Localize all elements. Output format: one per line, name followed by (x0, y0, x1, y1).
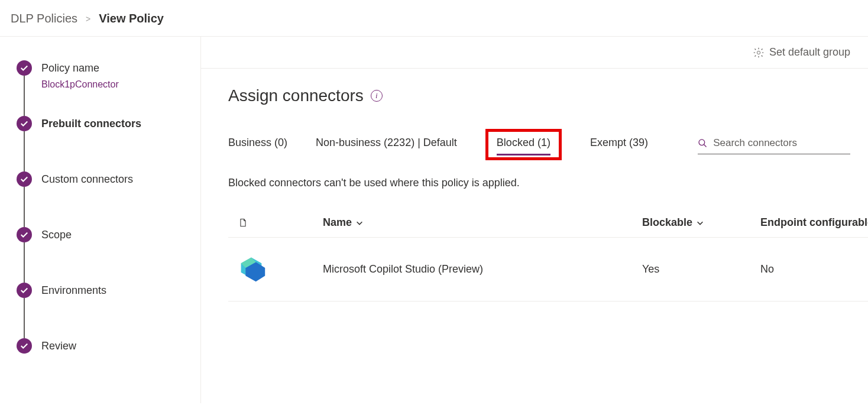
tab-business[interactable]: Business (0) (228, 132, 287, 157)
svg-point-0 (757, 51, 760, 54)
breadcrumb-parent[interactable]: DLP Policies (11, 12, 77, 25)
step-policy-name[interactable]: Policy name Block1pConnector (17, 60, 200, 116)
tab-blocked[interactable]: Blocked (1) (485, 129, 562, 160)
col-name-header[interactable]: Name (323, 216, 642, 229)
chevron-down-icon (355, 219, 364, 227)
col-endpoint-header[interactable]: Endpoint configurable (760, 216, 868, 229)
breadcrumb-current: View Policy (99, 12, 164, 25)
step-label: Custom connectors (41, 171, 200, 187)
tab-non-business[interactable]: Non-business (2232) | Default (316, 132, 457, 157)
document-icon (239, 219, 247, 227)
check-icon (17, 283, 32, 298)
toolbar-label: Set default group (769, 46, 850, 59)
connector-endpoint: No (760, 263, 868, 276)
chevron-down-icon (696, 219, 704, 227)
main-panel: Set default group Assign connectors i Bu… (201, 37, 868, 403)
step-custom-connectors[interactable]: Custom connectors (17, 171, 200, 227)
search-input[interactable] (713, 137, 850, 149)
connector-blockable: Yes (642, 263, 760, 276)
info-icon[interactable]: i (371, 90, 383, 102)
tabs: Business (0) Non-business (2232) | Defau… (228, 129, 648, 160)
svg-point-1 (699, 140, 705, 145)
step-sublabel: Block1pConnector (41, 79, 200, 90)
step-label: Policy name (41, 60, 200, 76)
col-icon-header (228, 219, 323, 227)
check-icon (17, 171, 32, 187)
tab-exempt[interactable]: Exempt (39) (590, 132, 648, 157)
toolbar: Set default group (201, 37, 868, 69)
step-review[interactable]: Review (17, 338, 200, 354)
breadcrumb-separator: > (86, 14, 90, 24)
connectors-table: Name Blockable Endpoint configurable (228, 208, 868, 302)
search-connectors[interactable] (698, 135, 850, 154)
step-environments[interactable]: Environments (17, 283, 200, 338)
table-row[interactable]: Microsoft Copilot Studio (Preview) Yes N… (228, 238, 868, 302)
tab-description: Blocked connectors can't be used where t… (228, 177, 868, 189)
step-label: Prebuilt connectors (41, 116, 200, 131)
step-label: Environments (41, 283, 200, 298)
copilot-studio-icon (234, 251, 268, 285)
check-icon (17, 338, 32, 354)
search-icon (698, 138, 707, 148)
table-header-row: Name Blockable Endpoint configurable (228, 208, 868, 238)
step-prebuilt-connectors[interactable]: Prebuilt connectors (17, 116, 200, 171)
svg-line-2 (704, 144, 707, 147)
check-icon (17, 60, 32, 76)
wizard-sidebar: Policy name Block1pConnector Prebuilt co… (0, 37, 201, 403)
connector-name: Microsoft Copilot Studio (Preview) (323, 263, 642, 276)
step-label: Scope (41, 227, 200, 242)
connector-icon-cell (228, 251, 323, 288)
breadcrumb: DLP Policies > View Policy (0, 0, 868, 37)
step-label: Review (41, 338, 200, 354)
col-blockable-header[interactable]: Blockable (642, 216, 760, 229)
section-title: Assign connectors i (228, 86, 868, 105)
set-default-group-button[interactable]: Set default group (753, 46, 850, 59)
check-icon (17, 227, 32, 242)
step-scope[interactable]: Scope (17, 227, 200, 283)
gear-icon (753, 47, 765, 59)
check-icon (17, 116, 32, 131)
